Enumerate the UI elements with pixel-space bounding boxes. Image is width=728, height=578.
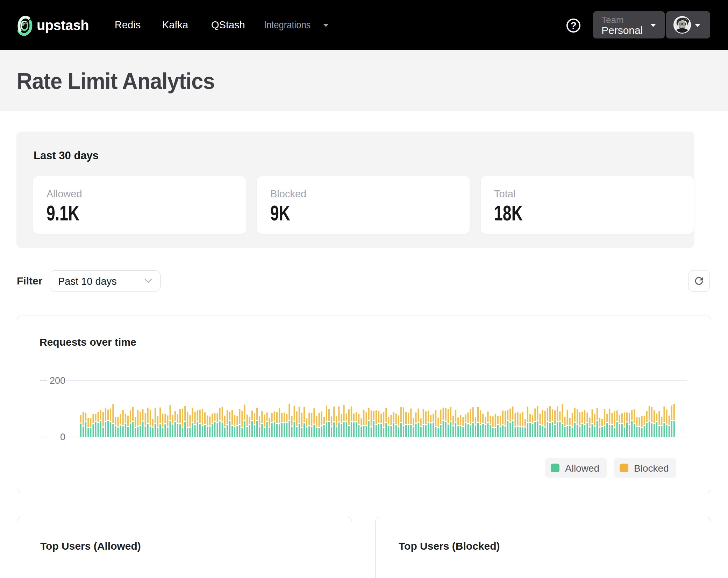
svg-text:?: ? (570, 20, 577, 31)
